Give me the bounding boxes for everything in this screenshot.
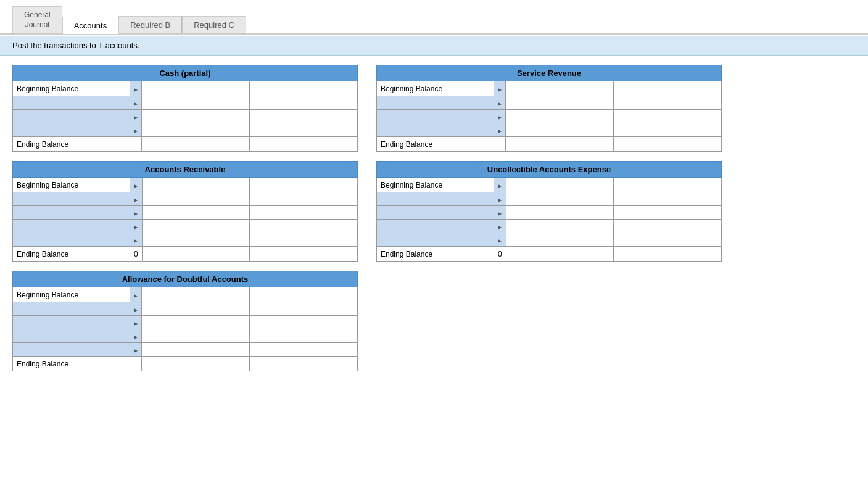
input-cell[interactable] (142, 287, 250, 302)
input-field[interactable] (254, 332, 353, 341)
input-field[interactable] (618, 209, 717, 217)
input-cell[interactable] (614, 81, 722, 96)
input-cell[interactable] (614, 123, 722, 137)
input-field[interactable] (618, 112, 717, 121)
input-field[interactable] (254, 305, 353, 313)
input-cell[interactable] (250, 329, 358, 343)
input-cell[interactable] (250, 316, 358, 329)
input-cell[interactable] (506, 81, 614, 96)
input-cell[interactable] (142, 302, 250, 316)
input-field[interactable] (510, 195, 610, 204)
input-cell[interactable] (506, 206, 614, 220)
input-field[interactable] (254, 85, 353, 93)
input-field[interactable] (146, 291, 246, 299)
input-field[interactable] (254, 318, 353, 327)
input-field[interactable] (254, 345, 353, 354)
input-field[interactable] (510, 112, 610, 121)
input-cell[interactable] (614, 206, 722, 220)
input-cell[interactable] (142, 357, 250, 371)
input-field[interactable] (510, 126, 610, 134)
input-cell[interactable] (142, 247, 250, 262)
input-cell[interactable] (250, 123, 358, 137)
input-cell[interactable] (506, 192, 614, 206)
input-cell[interactable] (142, 192, 250, 206)
input-field[interactable] (618, 99, 717, 107)
input-field[interactable] (618, 195, 717, 204)
input-field[interactable] (618, 85, 717, 93)
input-cell[interactable] (142, 329, 250, 343)
input-field[interactable] (146, 140, 246, 149)
input-cell[interactable] (142, 81, 250, 96)
input-field[interactable] (510, 209, 610, 217)
input-field[interactable] (618, 236, 717, 244)
input-field[interactable] (146, 332, 246, 341)
input-cell[interactable] (506, 233, 614, 247)
input-field[interactable] (254, 126, 353, 134)
input-field[interactable] (254, 209, 353, 217)
input-cell[interactable] (250, 96, 358, 110)
input-cell[interactable] (250, 233, 358, 247)
input-field[interactable] (618, 222, 717, 231)
input-cell[interactable] (250, 287, 358, 302)
input-cell[interactable] (142, 233, 250, 247)
input-cell[interactable] (142, 123, 250, 137)
tab-accounts[interactable]: Accounts (62, 17, 118, 34)
input-cell[interactable] (142, 316, 250, 329)
input-field[interactable] (146, 195, 246, 204)
input-cell[interactable] (142, 178, 250, 192)
input-field[interactable] (254, 112, 353, 121)
input-cell[interactable] (250, 220, 358, 233)
input-cell[interactable] (142, 220, 250, 233)
input-cell[interactable] (494, 137, 506, 152)
input-field[interactable] (146, 360, 246, 368)
input-cell[interactable] (506, 247, 614, 262)
input-field[interactable] (510, 99, 610, 107)
input-field[interactable] (254, 99, 353, 107)
input-cell[interactable] (506, 220, 614, 233)
input-cell[interactable] (250, 206, 358, 220)
input-field[interactable] (254, 181, 353, 189)
input-field[interactable] (146, 209, 246, 217)
input-field[interactable] (254, 236, 353, 244)
input-field[interactable] (618, 181, 717, 189)
input-field[interactable] (510, 140, 610, 149)
input-cell[interactable] (614, 233, 722, 247)
input-cell[interactable] (142, 343, 250, 357)
input-cell[interactable] (142, 96, 250, 110)
input-cell[interactable] (506, 110, 614, 123)
input-cell[interactable] (130, 137, 142, 152)
input-cell[interactable] (142, 206, 250, 220)
input-field[interactable] (510, 250, 610, 258)
input-field[interactable] (146, 236, 246, 244)
input-field[interactable] (254, 195, 353, 204)
input-field[interactable] (254, 291, 353, 299)
tab-required-b[interactable]: Required B (118, 16, 182, 33)
input-cell[interactable] (250, 110, 358, 123)
input-field[interactable] (510, 85, 610, 93)
input-cell[interactable] (614, 178, 722, 192)
input-field[interactable] (510, 222, 610, 231)
input-cell[interactable] (250, 81, 358, 96)
input-cell[interactable] (506, 96, 614, 110)
input-cell[interactable] (506, 123, 614, 137)
input-field[interactable] (146, 181, 246, 189)
input-cell[interactable] (142, 110, 250, 123)
input-field[interactable] (254, 222, 353, 231)
input-field[interactable] (498, 140, 502, 149)
input-cell[interactable] (250, 302, 358, 316)
input-field[interactable] (510, 236, 610, 244)
input-field[interactable] (134, 360, 138, 368)
input-field[interactable] (146, 250, 246, 258)
input-field[interactable] (146, 112, 246, 121)
input-field[interactable] (146, 99, 246, 107)
input-field[interactable] (146, 345, 246, 354)
input-field[interactable] (146, 318, 246, 327)
input-cell[interactable] (142, 137, 250, 152)
input-cell[interactable] (614, 220, 722, 233)
input-field[interactable] (146, 222, 246, 231)
input-cell[interactable] (506, 178, 614, 192)
input-field[interactable] (146, 305, 246, 313)
input-field[interactable] (134, 140, 138, 149)
tab-general-journal[interactable]: GeneralJournal (12, 6, 62, 33)
input-cell[interactable] (506, 137, 614, 152)
